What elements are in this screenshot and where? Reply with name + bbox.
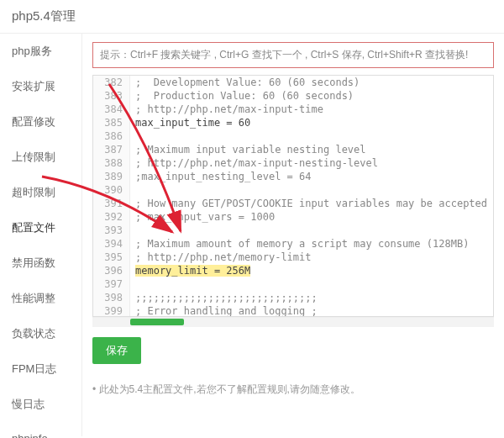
line-number: 388 xyxy=(93,156,130,170)
code-line[interactable]: 389;max_input_nesting_level = 64 xyxy=(93,170,493,183)
line-number: 398 xyxy=(93,291,130,304)
code-text: ; http://php.net/max-input-time xyxy=(130,103,323,116)
hint-box: 提示：Ctrl+F 搜索关键字 , Ctrl+G 查找下一个 , Ctrl+S … xyxy=(92,42,494,68)
sidebar-item-11[interactable]: phpinfo xyxy=(0,422,81,438)
code-text: ; http://php.net/max-input-nesting-level xyxy=(130,156,378,170)
line-number: 392 xyxy=(93,210,130,224)
sidebar-item-5[interactable]: 配置文件 xyxy=(0,210,81,245)
code-editor[interactable]: 382; Development Value: 60 (60 seconds)3… xyxy=(92,75,494,317)
line-number: 399 xyxy=(93,304,130,317)
sidebar-item-2[interactable]: 配置修改 xyxy=(0,104,81,140)
code-line[interactable]: 387; Maximum input variable nesting leve… xyxy=(93,143,493,156)
scrollbar-thumb[interactable] xyxy=(130,319,184,325)
code-text xyxy=(130,183,141,197)
code-text: ; Development Value: 60 (60 seconds) xyxy=(130,76,360,89)
line-number: 387 xyxy=(93,143,130,156)
sidebar-item-1[interactable]: 安装扩展 xyxy=(0,69,81,104)
code-text: ; http://php.net/memory-limit xyxy=(130,251,312,264)
code-line[interactable]: 382; Development Value: 60 (60 seconds) xyxy=(93,76,493,89)
code-line[interactable]: 399; Error handling and logging ; xyxy=(93,304,493,317)
sidebar-item-4[interactable]: 超时限制 xyxy=(0,175,81,210)
code-text: ; max_input_vars = 1000 xyxy=(130,210,275,224)
code-text: ;max_input_nesting_level = 64 xyxy=(130,170,312,183)
sidebar-item-3[interactable]: 上传限制 xyxy=(0,140,81,175)
code-text xyxy=(130,277,141,291)
line-number: 390 xyxy=(93,183,130,197)
save-button[interactable]: 保存 xyxy=(92,337,141,364)
code-text: memory_limit = 256M xyxy=(130,264,250,277)
code-text: ; Maximum amount of memory a script may … xyxy=(130,237,469,251)
sidebar-item-8[interactable]: 负载状态 xyxy=(0,316,81,351)
line-number: 396 xyxy=(93,264,130,277)
line-number: 389 xyxy=(93,170,130,183)
code-line[interactable]: 398;;;;;;;;;;;;;;;;;;;;;;;;;;;;;; xyxy=(93,291,493,304)
line-number: 385 xyxy=(93,116,130,129)
code-line[interactable]: 390 xyxy=(93,183,493,197)
code-line[interactable]: 397 xyxy=(93,277,493,291)
code-text: max_input_time = 60 xyxy=(130,116,250,129)
line-number: 397 xyxy=(93,277,130,291)
code-line[interactable]: 394; Maximum amount of memory a script m… xyxy=(93,237,493,251)
page-title: php5.4管理 xyxy=(0,0,504,34)
code-line[interactable]: 385max_input_time = 60 xyxy=(93,116,493,129)
line-number: 386 xyxy=(93,129,130,143)
code-line[interactable]: 388; http://php.net/max-input-nesting-le… xyxy=(93,156,493,170)
sidebar-item-10[interactable]: 慢日志 xyxy=(0,387,81,422)
line-number: 395 xyxy=(93,251,130,264)
line-number: 382 xyxy=(93,76,130,89)
code-line[interactable]: 383; Production Value: 60 (60 seconds) xyxy=(93,89,493,103)
line-number: 393 xyxy=(93,224,130,237)
line-number: 383 xyxy=(93,89,130,103)
code-text: ; Production Value: 60 (60 seconds) xyxy=(130,89,354,103)
code-text: ; How many GET/POST/COOKIE input variabl… xyxy=(130,197,487,210)
code-line[interactable]: 392; max_input_vars = 1000 xyxy=(93,210,493,224)
sidebar: php服务安装扩展配置修改上传限制超时限制配置文件禁用函数性能调整负载状态FPM… xyxy=(0,34,82,436)
line-number: 394 xyxy=(93,237,130,251)
code-line[interactable]: 395; http://php.net/memory-limit xyxy=(93,251,493,264)
sidebar-item-6[interactable]: 禁用函数 xyxy=(0,245,81,281)
code-line[interactable]: 384; http://php.net/max-input-time xyxy=(93,103,493,116)
code-text xyxy=(130,224,141,237)
code-line[interactable]: 393 xyxy=(93,224,493,237)
code-text: ;;;;;;;;;;;;;;;;;;;;;;;;;;;;;; xyxy=(130,291,318,304)
code-line[interactable]: 391; How many GET/POST/COOKIE input vari… xyxy=(93,197,493,210)
code-text: ; Maximum input variable nesting level xyxy=(130,143,366,156)
code-text xyxy=(130,129,141,143)
line-number: 384 xyxy=(93,103,130,116)
code-line[interactable]: 396memory_limit = 256M xyxy=(93,264,493,277)
sidebar-item-9[interactable]: FPM日志 xyxy=(0,351,81,387)
editor-horizontal-scrollbar[interactable] xyxy=(92,317,494,327)
main-container: php服务安装扩展配置修改上传限制超时限制配置文件禁用函数性能调整负载状态FPM… xyxy=(0,34,504,436)
sidebar-item-7[interactable]: 性能调整 xyxy=(0,281,81,316)
sidebar-item-0[interactable]: php服务 xyxy=(0,34,81,69)
footer-note: 此处为5.4主配置文件,若您不了解配置规则,请勿随意修改。 xyxy=(92,383,494,397)
code-line[interactable]: 386 xyxy=(93,129,493,143)
code-text: ; Error handling and logging ; xyxy=(130,304,318,317)
main-panel: 提示：Ctrl+F 搜索关键字 , Ctrl+G 查找下一个 , Ctrl+S … xyxy=(82,34,504,436)
line-number: 391 xyxy=(93,197,130,210)
